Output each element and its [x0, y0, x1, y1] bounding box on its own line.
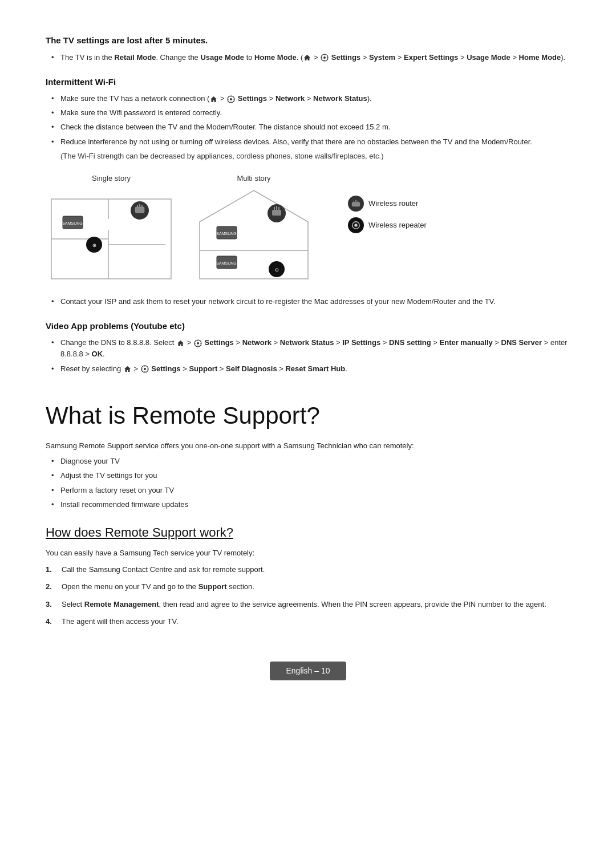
repeater-legend-icon [348, 217, 364, 233]
single-story-diagram: Single story SAMSUNG ⊙ [46, 173, 177, 285]
wifi-note: (The Wi-Fi strength can be decreased by … [60, 151, 570, 162]
wifi-bullets: Make sure the TV has a network connectio… [46, 93, 570, 148]
intermittent-wifi-section: Intermittent Wi-Fi Make sure the TV has … [46, 76, 570, 307]
svg-rect-16 [107, 219, 110, 230]
step-1: Call the Samsung Contact Centre and ask … [46, 564, 570, 575]
home-icon-3 [177, 340, 184, 347]
how-remote-steps: Call the Samsung Contact Centre and ask … [46, 564, 570, 627]
video-app-title: Video App problems (Youtube etc) [46, 320, 570, 333]
retail-mode-text: Retail Mode [114, 53, 156, 62]
svg-point-47 [197, 342, 199, 344]
svg-point-7 [230, 98, 232, 100]
step-4: The agent will then access your TV. [46, 616, 570, 627]
tv-settings-bullets: The TV is in the Retail Mode. Change the… [46, 52, 570, 63]
wifi-contact: Contact your ISP and ask them to reset y… [51, 296, 570, 307]
wifi-bullet-3: Check the distance between the TV and th… [51, 121, 570, 133]
svg-point-53 [144, 368, 146, 370]
svg-text:SAMSUNG: SAMSUNG [216, 261, 236, 265]
remote-support-title: What is Remote Support? [46, 397, 570, 433]
page-number-badge: English – 10 [270, 662, 346, 680]
remote-bullet-3: Perform a factory reset on your TV [51, 485, 570, 496]
multi-story-label: Multi story [237, 173, 270, 184]
wifi-title: Intermittent Wi-Fi [46, 76, 570, 89]
wifi-bullet-4: Reduce interference by not using or turn… [51, 136, 570, 148]
router-legend-icon [348, 196, 364, 212]
wifi-bullet-1: Make sure the TV has a network connectio… [51, 93, 570, 104]
step-4-text: The agent will then access your TV. [62, 616, 179, 627]
remote-bullet-2: Adjust the TV settings for you [51, 470, 570, 481]
video-app-bullet-1: Change the DNS to 8.8.8.8. Select > Sett… [51, 337, 570, 360]
router-legend-label: Wireless router [368, 198, 418, 209]
diagram-legend: Wireless router Wireless repeater [348, 196, 427, 233]
wifi-bullet-2: Make sure the Wifi password is entered c… [51, 107, 570, 119]
remote-support-bullets: Diagnose your TV Adjust the TV settings … [46, 456, 570, 510]
settings-icon-3 [194, 339, 202, 347]
home-mode-text: Home Mode [254, 53, 297, 62]
step-2-text: Open the menu on your TV and go to the S… [62, 581, 254, 593]
step-2: Open the menu on your TV and go to the S… [46, 581, 570, 593]
tv-settings-title: The TV settings are lost after 5 minutes… [46, 34, 570, 47]
how-remote-intro: You can easily have a Samsung Tech servi… [46, 547, 570, 559]
video-app-bullets: Change the DNS to 8.8.8.8. Select > Sett… [46, 337, 570, 374]
remote-bullet-4: Install recommended firmware updates [51, 499, 570, 510]
svg-point-45 [354, 224, 357, 227]
single-story-label: Single story [92, 173, 131, 184]
multi-story-svg: SAMSUNG SAMSUNG ⊙ [188, 188, 319, 285]
wifi-diagram: Single story SAMSUNG ⊙ [46, 173, 570, 285]
svg-text:SAMSUNG: SAMSUNG [62, 221, 82, 225]
repeater-legend-label: Wireless repeater [368, 220, 427, 231]
step-3-text: Select Remote Management, then read and … [62, 599, 546, 610]
video-app-section: Video App problems (Youtube etc) Change … [46, 320, 570, 375]
step-3: Select Remote Management, then read and … [46, 599, 570, 610]
svg-text:⊙: ⊙ [275, 267, 279, 273]
what-is-remote-support-section: What is Remote Support? Samsung Remote S… [46, 397, 570, 510]
tv-settings-lost-section: The TV settings are lost after 5 minutes… [46, 34, 570, 63]
multi-story-diagram: Multi story SAMSUNG SAMSUNG [188, 173, 319, 285]
usage-mode-text: Usage Mode [200, 53, 244, 62]
svg-text:⊙: ⊙ [92, 243, 96, 248]
step-1-text: Call the Samsung Contact Centre and ask … [62, 564, 265, 575]
svg-rect-22 [135, 207, 144, 213]
home-icon-4 [124, 366, 131, 372]
svg-point-1 [323, 56, 326, 59]
wifi-contact-bullet: Contact your ISP and ask them to reset y… [46, 296, 570, 307]
home-icon-2 [210, 96, 217, 103]
video-app-bullet-2: Reset by selecting > Settings > Support … [51, 363, 570, 375]
how-remote-support-title: How does Remote Support work? [46, 523, 570, 542]
home-icon [303, 54, 311, 61]
settings-icon-2 [227, 95, 235, 103]
svg-text:SAMSUNG: SAMSUNG [216, 232, 236, 236]
remote-support-intro: Samsung Remote Support service offers yo… [46, 440, 570, 452]
page-footer: English – 10 [46, 662, 570, 680]
settings-icon-4 [141, 365, 149, 373]
svg-rect-40 [352, 202, 360, 207]
remote-bullet-1: Diagnose your TV [51, 456, 570, 467]
legend-repeater: Wireless repeater [348, 217, 427, 233]
single-story-svg: SAMSUNG ⊙ [46, 188, 177, 285]
svg-rect-34 [272, 210, 281, 216]
tv-settings-bullet-1: The TV is in the Retail Mode. Change the… [51, 52, 570, 63]
legend-router: Wireless router [348, 196, 427, 212]
how-remote-support-section: How does Remote Support work? You can ea… [46, 523, 570, 627]
settings-icon [321, 54, 329, 62]
